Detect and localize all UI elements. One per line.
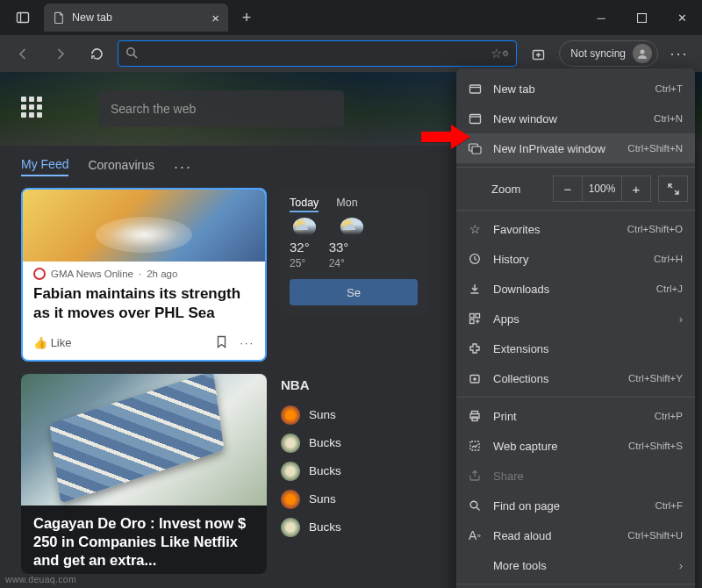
- titlebar: New tab × + ─ ✕: [0, 0, 702, 35]
- read-aloud-icon: A»: [467, 528, 483, 542]
- menu-read-aloud[interactable]: A»Read aloudCtrl+Shift+U: [456, 520, 695, 550]
- menu-new-inprivate[interactable]: New InPrivate windowCtrl+Shift+N: [456, 133, 695, 163]
- watermark: www.deuaq.com: [5, 574, 76, 584]
- bookmark-icon[interactable]: [216, 335, 227, 351]
- svg-rect-7: [469, 85, 480, 93]
- news-image: [21, 374, 267, 506]
- svg-rect-14: [470, 314, 475, 319]
- capture-icon: [467, 440, 483, 452]
- new-tab-button[interactable]: +: [232, 3, 261, 32]
- refresh-button[interactable]: [81, 38, 112, 69]
- share-icon: [467, 470, 483, 482]
- search-icon: [125, 47, 138, 61]
- history-icon: [467, 253, 483, 265]
- toolbar: ☆⚙ Not syncing ···: [0, 35, 702, 72]
- zoom-value: 100%: [583, 176, 621, 202]
- address-bar[interactable]: ☆⚙: [118, 40, 517, 67]
- chevron-right-icon: ›: [679, 559, 683, 572]
- search-placeholder: Search the web: [111, 102, 196, 116]
- find-icon: [467, 499, 483, 512]
- apps-grid-icon[interactable]: [21, 97, 46, 121]
- forward-button[interactable]: [44, 38, 75, 69]
- tab-icon: [467, 82, 483, 96]
- tab-my-feed[interactable]: My Feed: [21, 157, 68, 176]
- team-name: Suns: [309, 408, 336, 421]
- close-tab-icon[interactable]: ×: [211, 11, 219, 25]
- menu-web-capture[interactable]: Web captureCtrl+Shift+S: [456, 431, 695, 461]
- svg-point-22: [470, 501, 477, 508]
- tab-actions-button[interactable]: [7, 2, 39, 33]
- menu-collections[interactable]: CollectionsCtrl+Shift+Y: [456, 363, 695, 393]
- menu-find[interactable]: Find on pageCtrl+F: [456, 491, 695, 520]
- nba-row[interactable]: Bucks: [279, 513, 428, 541]
- reading-mode-icon[interactable]: ☆⚙: [491, 46, 509, 61]
- weather-icon: [340, 218, 363, 235]
- nba-title: NBA: [281, 377, 428, 392]
- window-icon: [467, 112, 483, 125]
- nba-row[interactable]: Bucks: [279, 457, 428, 485]
- nba-widget[interactable]: NBA SunsBucksBucksSunsBucks: [279, 374, 428, 574]
- menu-apps[interactable]: Apps›: [456, 304, 695, 333]
- nba-row[interactable]: Suns: [279, 401, 428, 429]
- zoom-in-button[interactable]: +: [621, 176, 651, 202]
- weather-day-mon[interactable]: Mon: [336, 197, 357, 212]
- team-logo-icon: [281, 462, 300, 481]
- svg-rect-2: [637, 13, 646, 22]
- see-forecast-button[interactable]: Se: [290, 279, 418, 305]
- menu-history[interactable]: HistoryCtrl+H: [456, 244, 695, 274]
- weather-icon: [293, 218, 316, 235]
- close-window-button[interactable]: ✕: [662, 0, 702, 35]
- web-search-box[interactable]: Search the web: [98, 90, 344, 127]
- extensions-icon: [467, 342, 483, 355]
- card-more-icon[interactable]: ···: [240, 336, 254, 349]
- team-name: Bucks: [309, 436, 341, 449]
- tab-title: New tab: [72, 11, 112, 24]
- svg-rect-15: [476, 314, 480, 319]
- address-input[interactable]: [143, 47, 491, 61]
- profile-sync-pill[interactable]: Not syncing: [559, 40, 658, 67]
- svg-rect-20: [472, 417, 477, 421]
- tab-coronavirus[interactable]: Coronavirus: [88, 158, 154, 176]
- menu-more-tools[interactable]: More tools›: [456, 550, 695, 580]
- news-headline: Fabian maintains its strength as it move…: [23, 280, 265, 330]
- svg-rect-0: [18, 13, 29, 23]
- menu-downloads[interactable]: DownloadsCtrl+J: [456, 274, 695, 304]
- sync-label: Not syncing: [570, 47, 626, 60]
- svg-line-23: [476, 507, 480, 511]
- nba-row[interactable]: Bucks: [279, 429, 428, 457]
- news-card-2[interactable]: Cagayan De Oro : Invest now $ 250 in Com…: [21, 374, 267, 574]
- collections-button[interactable]: [522, 38, 554, 69]
- menu-new-tab[interactable]: New tabCtrl+T: [456, 74, 695, 104]
- menu-zoom: Zoom − 100% +: [456, 171, 695, 206]
- news-card-1[interactable]: GMA News Online·2h ago Fabian maintains …: [21, 188, 267, 362]
- browser-tab[interactable]: New tab ×: [44, 4, 228, 32]
- like-button[interactable]: 👍 Like: [33, 336, 71, 349]
- menu-new-window[interactable]: New windowCtrl+N: [456, 104, 695, 133]
- team-logo-icon: [281, 490, 300, 509]
- team-name: Bucks: [309, 464, 341, 477]
- menu-share: Share: [456, 461, 695, 491]
- svg-rect-12: [472, 147, 481, 154]
- svg-line-4: [133, 54, 137, 58]
- weather-day-today[interactable]: Today: [290, 197, 319, 212]
- minimize-button[interactable]: ─: [581, 0, 621, 35]
- settings-menu-button[interactable]: ···: [663, 38, 695, 69]
- avatar: [633, 44, 652, 63]
- svg-point-6: [640, 49, 644, 54]
- menu-print[interactable]: PrintCtrl+P: [456, 401, 695, 431]
- fullscreen-button[interactable]: [658, 176, 688, 202]
- nba-row[interactable]: Suns: [279, 485, 428, 513]
- team-name: Bucks: [309, 520, 341, 534]
- star-icon: ☆: [467, 222, 483, 236]
- menu-extensions[interactable]: Extensions: [456, 333, 695, 363]
- back-button[interactable]: [7, 38, 39, 69]
- weather-card[interactable]: Today Mon 32°25° 33°24° Se: [279, 188, 428, 314]
- settings-menu: New tabCtrl+T New windowCtrl+N New InPri…: [456, 68, 695, 588]
- news-meta: GMA News Online·2h ago: [23, 262, 265, 280]
- feed-more-icon[interactable]: ···: [174, 158, 192, 176]
- menu-favorites[interactable]: ☆FavoritesCtrl+Shift+O: [456, 214, 695, 244]
- svg-rect-9: [469, 114, 480, 123]
- maximize-button[interactable]: [621, 0, 662, 35]
- source-logo-icon: [33, 268, 46, 280]
- zoom-out-button[interactable]: −: [553, 176, 583, 202]
